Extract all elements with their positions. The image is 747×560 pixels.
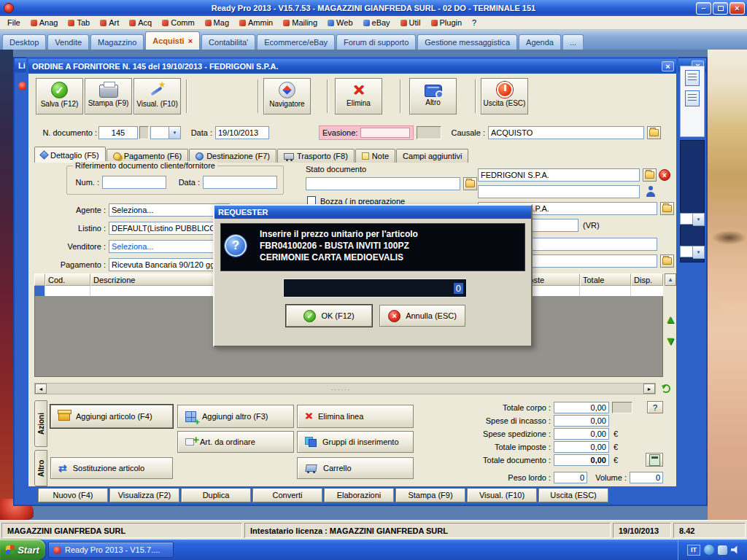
chevron-down-icon[interactable]: ▼: [169, 126, 181, 139]
menu-item-tab[interactable]: Tab: [63, 18, 94, 28]
tab-dettaglio[interactable]: Dettaglio (F5): [34, 147, 106, 163]
row-cell-disp[interactable]: [631, 286, 663, 296]
list-uscita-button[interactable]: Uscita (ESC): [538, 487, 608, 502]
tab-acquisti[interactable]: Acquisti×: [145, 31, 200, 50]
tab-desktop[interactable]: Desktop: [2, 34, 46, 50]
doc-date-field[interactable]: 19/10/2013: [215, 126, 269, 139]
header-cell-totale[interactable]: Totale: [580, 273, 631, 286]
list-visualizza-button[interactable]: Visualizza (F2): [109, 487, 179, 502]
tab-ecommerce-ebay[interactable]: Ecommerce/eBay: [257, 34, 335, 50]
tab-close-icon[interactable]: ×: [188, 36, 193, 45]
stato-folder-button[interactable]: [463, 177, 477, 190]
tab-campi-aggiuntivi[interactable]: Campi aggiuntivi: [396, 149, 468, 163]
add-article-button[interactable]: Aggiungi articolo (F4): [50, 405, 173, 428]
menu-item-mailing[interactable]: Mailing: [279, 18, 322, 28]
doc-number-field[interactable]: 145: [98, 126, 138, 139]
tab-vendite[interactable]: Vendite: [47, 34, 89, 50]
tab-more[interactable]: ...: [562, 34, 584, 50]
scrollbar-grip[interactable]: ......: [331, 384, 351, 392]
tab-altro[interactable]: Altro: [34, 450, 47, 486]
header-cell-cod[interactable]: Cod.: [45, 273, 90, 286]
supplier-name-field[interactable]: FEDRIGONI S.P.A.: [478, 168, 640, 182]
tab-azioni[interactable]: Azioni: [34, 400, 47, 447]
supplier2-folder-button[interactable]: [660, 202, 674, 215]
horizontal-scrollbar[interactable]: ◄ ...... ►: [34, 383, 656, 394]
row-cell-cod[interactable]: [45, 286, 90, 296]
menu-item-comm[interactable]: Comm: [158, 18, 198, 28]
supplier-folder-button[interactable]: [643, 168, 657, 182]
menu-item-mag[interactable]: Mag: [201, 18, 233, 28]
replace-article-button[interactable]: ⇄Sostituzione articolo: [50, 457, 173, 479]
menu-item-web[interactable]: Web: [323, 18, 357, 28]
scroll-right-icon[interactable]: ►: [643, 384, 655, 394]
maximize-icon[interactable]: [713, 2, 728, 15]
minimize-icon[interactable]: –: [696, 2, 711, 15]
header-cell-disp[interactable]: Disp.: [631, 273, 663, 286]
delete-line-button[interactable]: ×Elimina linea: [297, 405, 414, 428]
person-icon[interactable]: [646, 186, 656, 197]
stato-documento-field[interactable]: [306, 177, 460, 190]
refresh-icon[interactable]: [662, 384, 670, 393]
navigator-button[interactable]: Navigatore: [263, 78, 311, 114]
help-button[interactable]: ?: [647, 401, 663, 413]
causale-folder-button[interactable]: [647, 126, 661, 139]
agente-dropdown[interactable]: Seleziona...▼: [109, 203, 230, 217]
clear-supplier-icon[interactable]: ×: [659, 169, 670, 181]
calculator-button[interactable]: [646, 453, 663, 467]
tab-contabilita[interactable]: Contabilita': [201, 34, 255, 50]
add-other-button[interactable]: Aggiungi altro (F3): [177, 405, 294, 428]
list-stampa-button[interactable]: Stampa (F9): [395, 487, 465, 502]
row-cell-totale[interactable]: [580, 286, 631, 296]
move-up-icon[interactable]: ▲: [665, 313, 676, 326]
tab-gestione-messaggistica[interactable]: Gestione messaggistica: [417, 34, 517, 50]
print-button[interactable]: Stampa (F9): [85, 78, 132, 114]
tab-agenda[interactable]: Agenda: [519, 34, 561, 50]
delete-button[interactable]: ×Elimina: [335, 78, 382, 114]
supplier-payment-folder-button[interactable]: [660, 254, 674, 268]
list-duplica-button[interactable]: Duplica: [181, 487, 251, 502]
supplier-contact-field[interactable]: [478, 185, 640, 198]
chevron-down-icon[interactable]: ▼: [693, 246, 705, 259]
document-icon[interactable]: [685, 90, 700, 106]
volume-icon[interactable]: [731, 545, 740, 554]
listino-dropdown[interactable]: DEFAULT(Listino PUBBLICO 7)▼: [109, 222, 230, 235]
doc-suffix-dropdown[interactable]: ▼: [150, 126, 181, 139]
menu-item-anag[interactable]: Anag: [26, 18, 63, 28]
menu-item-ebay[interactable]: eBay: [359, 18, 395, 28]
scroll-left-icon[interactable]: ◄: [35, 384, 47, 394]
insert-groups-button[interactable]: Gruppi di inserimento: [297, 431, 414, 453]
tray-app-icon[interactable]: [718, 545, 727, 555]
list-elaborazioni-button[interactable]: Elaborazioni: [324, 487, 394, 502]
taskbar-task-readypro[interactable]: Ready Pro 2013 - V15.7....: [48, 542, 174, 558]
start-button[interactable]: Start: [0, 540, 45, 560]
ok-button[interactable]: ✓OK (F12): [286, 305, 372, 327]
menu-item-art[interactable]: Art: [96, 18, 123, 28]
cart-button[interactable]: Carrello: [297, 457, 414, 479]
tray-app-icon[interactable]: [704, 545, 714, 555]
side-filter-dropdown[interactable]: ▼: [680, 246, 705, 257]
tab-forum-di-supporto[interactable]: Forum di supporto: [336, 34, 416, 50]
list-nuovo-button[interactable]: Nuovo (F4): [38, 487, 108, 502]
evasione-field[interactable]: [360, 128, 410, 138]
tab-magazzino[interactable]: Magazzino: [90, 34, 144, 50]
row-selector-cell[interactable]: [34, 286, 45, 296]
chevron-down-icon[interactable]: ▼: [693, 213, 705, 226]
tab-note[interactable]: Note: [355, 149, 395, 163]
order-close-icon[interactable]: ×: [662, 61, 674, 71]
preview-button[interactable]: Visual. (F10): [133, 78, 181, 114]
rif-num-field[interactable]: [102, 176, 166, 189]
tab-trasporto[interactable]: Trasporto (F8): [277, 149, 355, 163]
save-button[interactable]: ✓Salva (F12): [36, 78, 83, 114]
exit-button[interactable]: Uscita (ESC): [481, 78, 528, 114]
menu-item-ammin[interactable]: Ammin: [235, 18, 277, 28]
language-indicator[interactable]: IT: [687, 545, 700, 556]
menu-item-help[interactable]: ?: [468, 18, 481, 28]
sort-up-icon[interactable]: ▲: [665, 273, 676, 286]
price-input[interactable]: 0: [283, 279, 467, 298]
document-icon[interactable]: [685, 70, 700, 86]
move-down-icon[interactable]: ▼: [665, 335, 676, 348]
causale-field[interactable]: ACQUISTO: [488, 126, 644, 139]
pagamento-dropdown[interactable]: Ricevuta Bancaria 90/120 gg df▼: [109, 258, 230, 271]
menu-item-file[interactable]: File: [3, 18, 25, 28]
rif-data-field[interactable]: [203, 176, 277, 189]
